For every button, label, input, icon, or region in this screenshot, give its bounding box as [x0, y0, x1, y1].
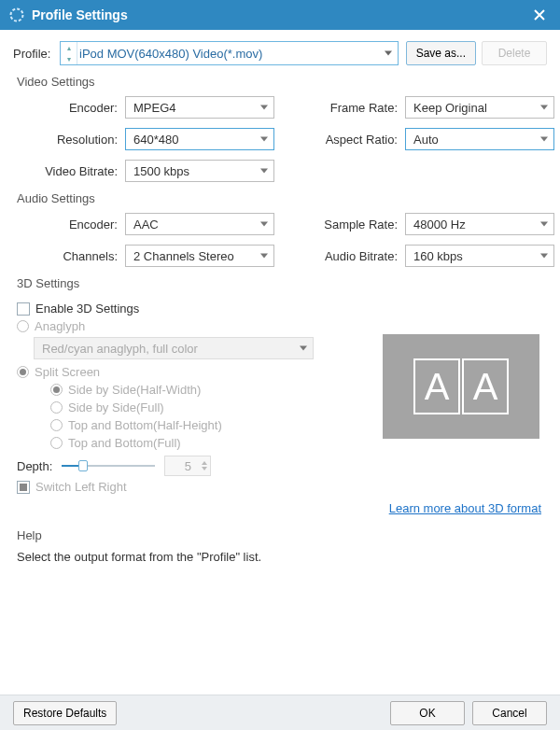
- samplerate-select[interactable]: 48000 Hz: [405, 213, 554, 235]
- tab-full-label: Top and Bottom(Full): [68, 436, 181, 450]
- profile-value: iPod MOV(640x480) Video(*.mov): [79, 47, 262, 61]
- sbs-full-label: Side by Side(Full): [68, 400, 164, 414]
- video-settings-group: Video Settings Encoder: MPEG4 Frame Rate…: [13, 75, 547, 182]
- chevron-down-icon: [540, 222, 548, 227]
- enable-3d-label: Enable 3D Settings: [35, 302, 139, 316]
- video-encoder-label: Encoder:: [13, 101, 125, 115]
- video-bitrate-label: Video Bitrate:: [13, 164, 125, 178]
- anaglyph-mode-select: Red/cyan anaglyph, full color: [34, 337, 314, 359]
- video-bitrate-select[interactable]: 1500 kbps: [125, 160, 274, 182]
- cancel-button[interactable]: Cancel: [472, 701, 547, 725]
- framerate-label: Frame Rate:: [302, 101, 405, 115]
- chevron-down-icon: [260, 254, 268, 259]
- depth-spinner: 5: [164, 456, 211, 476]
- profile-label: Profile:: [13, 47, 60, 61]
- audio-settings-title: Audio Settings: [17, 191, 547, 205]
- chevron-down-icon: ▾: [61, 53, 77, 64]
- audio-encoder-label: Encoder:: [13, 218, 125, 232]
- profile-select[interactable]: ▴ ▾ iPod MOV(640x480) Video(*.mov): [60, 41, 399, 65]
- video-encoder-value: MPEG4: [133, 101, 176, 115]
- titlebar: Profile Settings: [0, 0, 560, 30]
- chevron-down-icon: [260, 222, 268, 227]
- app-logo-icon: [9, 7, 24, 22]
- preview-right-frame: A: [462, 358, 509, 414]
- switch-lr-label: Switch Left Right: [35, 480, 127, 494]
- split-screen-radio: [17, 366, 29, 378]
- tab-half-label: Top and Bottom(Half-Height): [68, 418, 222, 432]
- sbs-full-radio: [50, 401, 63, 414]
- delete-button: Delete: [482, 41, 547, 65]
- depth-slider[interactable]: [62, 458, 155, 473]
- framerate-value: Keep Original: [413, 101, 487, 115]
- aspect-label: Aspect Ratio:: [302, 133, 405, 147]
- chevron-down-icon: [540, 254, 548, 259]
- audio-encoder-value: AAC: [133, 218, 159, 232]
- window-title: Profile Settings: [32, 7, 128, 22]
- footer: Restore Defaults OK Cancel: [0, 695, 560, 730]
- channels-label: Channels:: [13, 249, 125, 263]
- samplerate-value: 48000 Hz: [413, 218, 466, 232]
- preview-glyph: A: [473, 366, 498, 408]
- save-as-button[interactable]: Save as...: [406, 41, 476, 65]
- profile-stepper[interactable]: ▴ ▾: [61, 42, 77, 64]
- chevron-down-icon: [202, 467, 207, 470]
- channels-value: 2 Channels Stereo: [133, 249, 234, 263]
- audio-bitrate-label: Audio Bitrate:: [302, 249, 405, 263]
- channels-select[interactable]: 2 Channels Stereo: [125, 245, 274, 267]
- restore-defaults-button[interactable]: Restore Defaults: [13, 701, 117, 725]
- framerate-select[interactable]: Keep Original: [405, 96, 554, 119]
- help-title: Help: [17, 528, 547, 542]
- enable-3d-checkbox[interactable]: [17, 302, 30, 316]
- svg-point-0: [11, 9, 23, 21]
- anaglyph-label: Anaglyph: [35, 319, 85, 333]
- preview-glyph: A: [425, 366, 450, 408]
- video-settings-title: Video Settings: [17, 75, 547, 89]
- chevron-up-icon: [202, 461, 207, 465]
- resolution-value: 640*480: [133, 133, 178, 147]
- 3d-preview: A A: [383, 334, 539, 439]
- switch-lr-checkbox: [17, 481, 30, 494]
- sbs-half-label: Side by Side(Half-Width): [68, 383, 201, 397]
- depth-value: 5: [185, 459, 191, 473]
- aspect-select[interactable]: Auto: [405, 128, 554, 150]
- resolution-label: Resolution:: [13, 133, 125, 147]
- preview-left-frame: A: [413, 358, 460, 414]
- chevron-down-icon: [260, 169, 268, 174]
- sbs-half-radio: [50, 384, 63, 396]
- anaglyph-mode-value: Red/cyan anaglyph, full color: [42, 342, 198, 356]
- aspect-value: Auto: [413, 133, 439, 147]
- chevron-down-icon: [540, 105, 548, 110]
- help-group: Help Select the output format from the "…: [13, 528, 547, 564]
- split-screen-label: Split Screen: [35, 365, 100, 379]
- depth-label: Depth:: [17, 459, 52, 473]
- audio-settings-group: Audio Settings Encoder: AAC Sample Rate:…: [13, 191, 547, 267]
- audio-bitrate-value: 160 kbps: [413, 249, 463, 263]
- chevron-down-icon: [540, 137, 548, 142]
- chevron-down-icon: [385, 51, 392, 56]
- ok-button[interactable]: OK: [390, 701, 465, 725]
- chevron-up-icon: ▴: [61, 42, 77, 53]
- slider-thumb-icon: [78, 460, 88, 471]
- close-icon: [534, 9, 545, 21]
- anaglyph-radio: [17, 320, 29, 332]
- chevron-down-icon: [260, 137, 268, 142]
- tab-half-radio: [50, 419, 63, 431]
- samplerate-label: Sample Rate:: [302, 218, 405, 232]
- close-button[interactable]: [528, 4, 551, 26]
- video-bitrate-value: 1500 kbps: [133, 164, 189, 178]
- audio-encoder-select[interactable]: AAC: [125, 213, 274, 235]
- help-text: Select the output format from the "Profi…: [17, 550, 547, 564]
- chevron-down-icon: [260, 105, 268, 110]
- chevron-down-icon: [300, 346, 307, 351]
- resolution-select[interactable]: 640*480: [125, 128, 274, 150]
- video-encoder-select[interactable]: MPEG4: [125, 96, 274, 119]
- tab-full-radio: [50, 437, 63, 449]
- learn-more-link[interactable]: Learn more about 3D format: [389, 501, 541, 515]
- audio-bitrate-select[interactable]: 160 kbps: [405, 245, 554, 267]
- 3d-settings-title: 3D Settings: [17, 276, 547, 290]
